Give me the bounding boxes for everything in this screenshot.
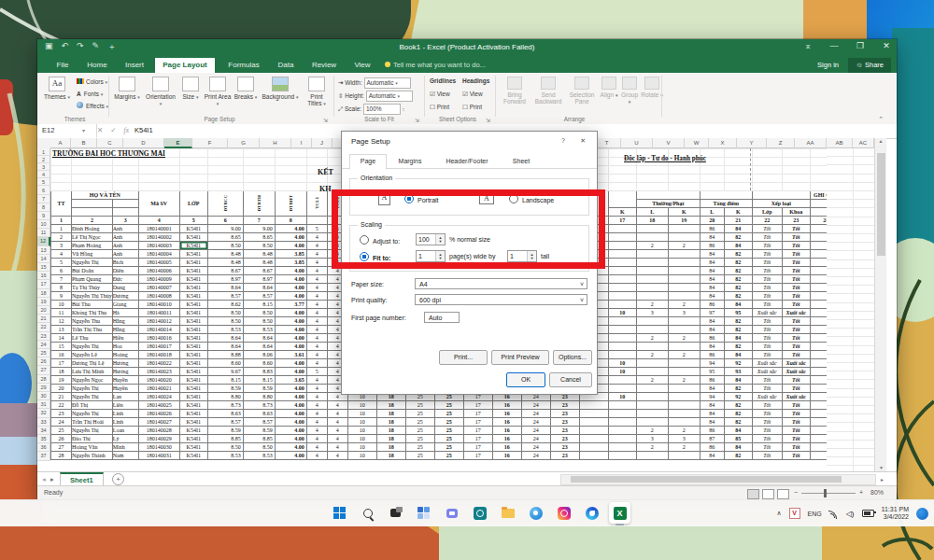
cell[interactable] [608, 301, 636, 309]
cell[interactable] [668, 359, 700, 368]
cell[interactable]: 86 [700, 334, 724, 343]
cell[interactable]: 24 [521, 427, 550, 435]
cell[interactable] [668, 385, 700, 393]
gridlines-view-checkbox[interactable]: ☑ View [430, 89, 450, 100]
cell[interactable]: 84 [700, 410, 724, 418]
cell[interactable]: Tốt [752, 225, 782, 233]
cell[interactable]: 4 [327, 427, 347, 435]
cell[interactable] [724, 183, 752, 191]
cell[interactable]: 82 [724, 267, 752, 275]
breaks-button[interactable]: Breaks ▾ [234, 77, 258, 101]
cell[interactable]: Anh [112, 233, 138, 242]
column-header-U[interactable]: U [621, 138, 653, 148]
cell[interactable]: Nguyễn Lê [72, 351, 113, 359]
cell[interactable]: TCL1 [306, 191, 327, 217]
cell[interactable]: 25 [434, 410, 463, 418]
cell[interactable]: Anh [112, 225, 138, 233]
cell[interactable]: 180140031 [138, 452, 179, 460]
column-header-AB[interactable]: AB [827, 138, 853, 148]
cell[interactable]: 180140001 [138, 225, 179, 233]
cell[interactable]: 8.83 [243, 368, 275, 376]
cell[interactable]: K54I1 [179, 267, 207, 275]
cell[interactable]: 4 [306, 292, 327, 301]
cell[interactable] [608, 351, 636, 359]
cell[interactable]: 5 [179, 217, 207, 225]
cell[interactable]: Nguyễn Thị [72, 343, 113, 351]
cell[interactable]: 82 [724, 250, 752, 259]
print-quality-dropdown[interactable]: 600 dpi˅ [415, 294, 587, 305]
cell[interactable]: 4.00 [275, 275, 306, 284]
cell[interactable]: 4 [327, 443, 347, 452]
cell[interactable] [608, 326, 636, 334]
cell[interactable]: 8.60 [243, 359, 275, 368]
cell[interactable]: 180140024 [138, 393, 179, 401]
cell[interactable] [752, 175, 782, 183]
cell[interactable]: 84 [700, 326, 724, 334]
cell[interactable]: Tốt [782, 376, 810, 385]
cell[interactable]: K54I1 [179, 376, 207, 385]
cell[interactable]: K54I1 [179, 351, 207, 359]
cell[interactable]: 180140027 [138, 418, 179, 427]
cell[interactable]: LỚP [179, 191, 207, 217]
cell[interactable]: Tốt [782, 225, 810, 233]
cell[interactable]: 1 [51, 217, 72, 225]
zoom-slider[interactable] [801, 493, 856, 494]
sheet-nav-left-icon[interactable]: ◂ [42, 475, 46, 483]
cell[interactable] [636, 385, 668, 393]
cell[interactable]: K54I1 [179, 250, 207, 259]
row-header-36[interactable]: 36 [37, 443, 50, 452]
cell[interactable]: 4 [306, 259, 327, 267]
row-header-4[interactable]: 4 [37, 171, 50, 178]
language-indicator[interactable]: ENG [808, 511, 822, 517]
cell[interactable]: Tốt [752, 343, 782, 351]
cell[interactable]: 4 [306, 418, 327, 427]
group-button[interactable]: Group ▾ [620, 77, 639, 105]
cell[interactable] [668, 401, 700, 410]
cell[interactable]: 10 [608, 368, 636, 376]
cell[interactable]: 4 [327, 452, 347, 460]
cell[interactable]: Hằng [112, 317, 138, 326]
zoom-slider-thumb[interactable] [824, 489, 827, 497]
cell[interactable] [608, 250, 636, 259]
cell[interactable]: 16 [492, 435, 521, 443]
cell[interactable]: Lê Thị Ngọc [72, 233, 113, 242]
tab-insert[interactable]: Insert [120, 58, 149, 73]
row-header-16[interactable]: 16 [37, 272, 50, 280]
cell[interactable]: Dương [112, 292, 138, 301]
cell[interactable]: 82 [724, 343, 752, 351]
page-break-view-button[interactable] [777, 489, 789, 499]
tell-me-box[interactable]: Tell me what you want to do... [385, 58, 486, 73]
cell[interactable] [668, 250, 700, 259]
cell[interactable]: 84 [700, 250, 724, 259]
cell[interactable]: K54I1 [179, 343, 207, 351]
cell[interactable]: 180140003 [138, 242, 179, 250]
horizontal-scrollbar-thumb[interactable] [571, 476, 842, 483]
cell[interactable]: 3 [112, 217, 138, 225]
cell[interactable]: 4 [306, 452, 327, 460]
cell[interactable]: 180140010 [138, 301, 179, 309]
cell[interactable] [179, 149, 207, 158]
cell[interactable]: 8 [51, 284, 72, 292]
cell[interactable]: 84 [724, 376, 752, 385]
cell[interactable]: 2 [636, 376, 668, 385]
cell[interactable]: 82 [724, 292, 752, 301]
row-header-11[interactable]: 11 [37, 229, 50, 237]
cell[interactable]: 17 [608, 217, 636, 225]
cell[interactable]: Xuất sắc [752, 393, 782, 401]
taskbar-task-view-icon[interactable] [385, 502, 406, 524]
cell[interactable]: 16 [492, 427, 521, 435]
cell[interactable]: 10 [347, 443, 376, 452]
cell[interactable]: K [668, 208, 700, 217]
cell[interactable]: 8.50 [243, 242, 275, 250]
cell[interactable]: Tốt [752, 259, 782, 267]
cell[interactable] [636, 452, 668, 460]
cell[interactable]: 4.00 [275, 334, 306, 343]
cell[interactable]: 4.00 [275, 233, 306, 242]
cell[interactable]: 3 [668, 435, 700, 443]
cell[interactable]: 25 [405, 435, 434, 443]
cell[interactable]: Tốt [752, 250, 782, 259]
cell[interactable]: 86 [700, 427, 724, 435]
normal-view-button[interactable] [747, 489, 759, 499]
volume-icon[interactable]: ◁) [846, 510, 855, 518]
cell[interactable]: 82 [724, 284, 752, 292]
